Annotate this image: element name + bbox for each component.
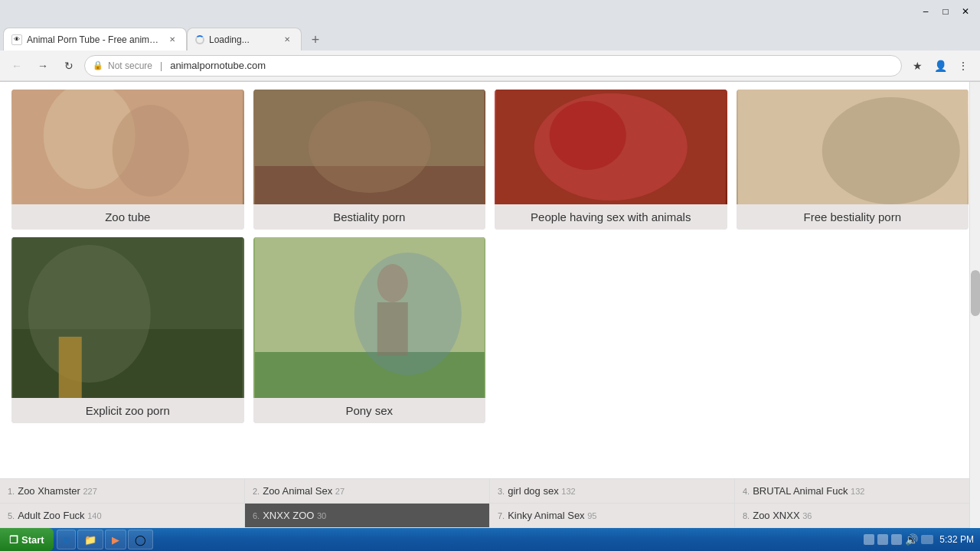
tab-active[interactable]: 👁 Animal Porn Tube - Free animal sex | ✕ xyxy=(3,28,187,51)
tab-favicon-active: 👁 xyxy=(11,34,22,45)
address-input[interactable] xyxy=(170,60,893,71)
scrollbar-thumb[interactable] xyxy=(971,270,980,316)
taskbar-app-mediaplayer[interactable]: ▶ xyxy=(105,530,126,549)
tray-icon-1 xyxy=(864,534,874,545)
clock: 5:32 PM xyxy=(939,534,974,545)
links-row-2: 5.Adult Zoo Fuck 140 6.XNXX ZOO 30 7.Kin… xyxy=(0,503,980,527)
svg-point-14 xyxy=(28,245,151,383)
category-card-zoo-tube[interactable]: Zoo tube xyxy=(11,90,244,230)
nav-icons-right: ★ 👤 ⋮ xyxy=(906,55,974,77)
link-kinky-animal-sex[interactable]: 7.Kinky Animal Sex 95 xyxy=(490,504,735,527)
category-grid-row1: Zoo tube Bestiality porn People having xyxy=(0,82,980,237)
chrome-icon: ◯ xyxy=(135,534,146,546)
taskbar-app-ie[interactable]: e xyxy=(57,530,77,549)
link-adult-zoo-fuck[interactable]: 5.Adult Zoo Fuck 140 xyxy=(0,504,245,527)
loading-spinner xyxy=(195,35,204,44)
browser-chrome: – □ ✕ 👁 Animal Porn Tube - Free animal s… xyxy=(0,0,980,82)
address-bar-wrap[interactable]: 🔒 Not secure | xyxy=(84,55,902,77)
bookmark-button[interactable]: ★ xyxy=(906,55,928,77)
tab-close-active[interactable]: ✕ xyxy=(166,34,178,46)
taskbar: ❐ Start e 📁 ▶ ◯ 🔊 5:32 PM xyxy=(0,528,980,551)
svg-point-19 xyxy=(377,264,407,302)
start-label: Start xyxy=(21,534,44,546)
security-label: Not secure xyxy=(108,60,152,71)
link-xnxx-zoo[interactable]: 6.XNXX ZOO 30 xyxy=(245,504,490,527)
svg-rect-20 xyxy=(377,302,407,356)
account-button[interactable]: 👤 xyxy=(929,55,951,77)
links-row-1: 1.Zoo Xhamster 227 2.Zoo Animal Sex 27 3… xyxy=(0,478,980,503)
reload-button[interactable]: ↻ xyxy=(58,55,80,77)
taskbar-right: 🔊 5:32 PM xyxy=(858,533,980,546)
tray-icon-3 xyxy=(891,534,902,545)
thumbnail-svg-3 xyxy=(495,90,727,204)
thumbnail-svg-5 xyxy=(11,237,244,398)
link-brutal-animal-fuck[interactable]: 4.BRUTAL Animal Fuck 132 xyxy=(735,479,980,503)
close-button[interactable]: ✕ xyxy=(957,3,974,20)
tabs-bar: 👁 Animal Porn Tube - Free animal sex | ✕… xyxy=(0,23,980,51)
tab-loading[interactable]: Loading... ✕ xyxy=(187,28,302,51)
link-zoo-animal-sex[interactable]: 2.Zoo Animal Sex 27 xyxy=(245,479,490,503)
page-content: Zoo tube Bestiality porn People having xyxy=(0,82,980,551)
maximize-button[interactable]: □ xyxy=(937,3,954,20)
thumbnail-svg-1 xyxy=(11,90,244,204)
taskbar-app-explorer[interactable]: 📁 xyxy=(77,530,103,549)
category-card-people-animals[interactable]: People having sex with animals xyxy=(495,90,727,230)
nav-bar: ← → ↻ 🔒 Not secure | ★ 👤 ⋮ xyxy=(0,51,980,81)
tray-speaker-icon: 🔊 xyxy=(905,533,918,546)
window-controls: – □ ✕ xyxy=(917,3,974,20)
svg-point-5 xyxy=(308,101,430,193)
tab-close-loading[interactable]: ✕ xyxy=(281,34,293,46)
taskbar-app-chrome[interactable]: ◯ xyxy=(128,530,153,549)
thumbnail-svg-2 xyxy=(253,90,486,204)
svg-point-8 xyxy=(550,101,626,170)
category-label-explicit-zoo: Explicit zoo porn xyxy=(11,398,244,423)
taskbar-apps: e 📁 ▶ ◯ xyxy=(54,528,157,551)
start-windows-icon: ❐ xyxy=(9,534,18,546)
svg-point-11 xyxy=(822,97,959,204)
category-thumbnail-bestiality xyxy=(253,90,486,204)
category-thumbnail-pony-sex xyxy=(253,237,486,398)
start-button[interactable]: ❐ Start xyxy=(0,528,54,551)
scrollbar[interactable] xyxy=(969,82,980,551)
category-label-bestiality: Bestiality porn xyxy=(253,204,486,230)
svg-rect-17 xyxy=(254,352,484,398)
category-thumbnail-people-animals xyxy=(495,90,727,204)
thumbnail-svg-6 xyxy=(253,237,486,398)
clock-time: 5:32 PM xyxy=(939,534,974,545)
svg-point-2 xyxy=(113,105,189,197)
tab-title-active: Animal Porn Tube - Free animal sex | xyxy=(27,34,162,45)
category-grid-row2: Explicit zoo porn Pony sex xyxy=(0,237,980,423)
category-card-bestiality[interactable]: Bestiality porn xyxy=(253,90,486,230)
category-label-people-animals: People having sex with animals xyxy=(495,204,727,230)
security-icon: 🔒 xyxy=(93,60,103,70)
category-label-free-bestiality: Free bestiality porn xyxy=(737,204,969,230)
category-card-free-bestiality[interactable]: Free bestiality porn xyxy=(737,90,969,230)
sys-tray: 🔊 xyxy=(864,533,933,546)
back-button[interactable]: ← xyxy=(6,55,28,77)
minimize-button[interactable]: – xyxy=(917,3,934,20)
svg-rect-15 xyxy=(59,337,82,398)
menu-button[interactable]: ⋮ xyxy=(952,55,974,77)
category-card-explicit-zoo[interactable]: Explicit zoo porn xyxy=(11,237,244,423)
category-label-zoo-tube: Zoo tube xyxy=(11,204,244,230)
category-thumbnail-free-bestiality xyxy=(737,90,969,204)
link-zoo-xhamster[interactable]: 1.Zoo Xhamster 227 xyxy=(0,479,245,503)
tray-icon-2 xyxy=(877,534,888,545)
media-icon: ▶ xyxy=(112,534,119,546)
tab-title-loading: Loading... xyxy=(209,34,276,45)
link-zoo-xnxx[interactable]: 8.Zoo XNXX 36 xyxy=(735,504,980,527)
separator: | xyxy=(160,60,162,71)
folder-icon: 📁 xyxy=(84,534,96,546)
thumbnail-svg-4 xyxy=(737,90,969,204)
category-label-pony-sex: Pony sex xyxy=(253,398,486,423)
category-thumbnail-zoo-tube xyxy=(11,90,244,204)
forward-button[interactable]: → xyxy=(32,55,54,77)
category-thumbnail-explicit-zoo xyxy=(11,237,244,398)
new-tab-button[interactable]: + xyxy=(305,29,326,51)
category-card-pony-sex[interactable]: Pony sex xyxy=(253,237,486,423)
title-bar: – □ ✕ xyxy=(0,0,980,23)
ie-icon: e xyxy=(64,533,70,546)
link-girl-dog-sex[interactable]: 3.girl dog sex 132 xyxy=(490,479,735,503)
tray-network-icon xyxy=(921,535,933,544)
